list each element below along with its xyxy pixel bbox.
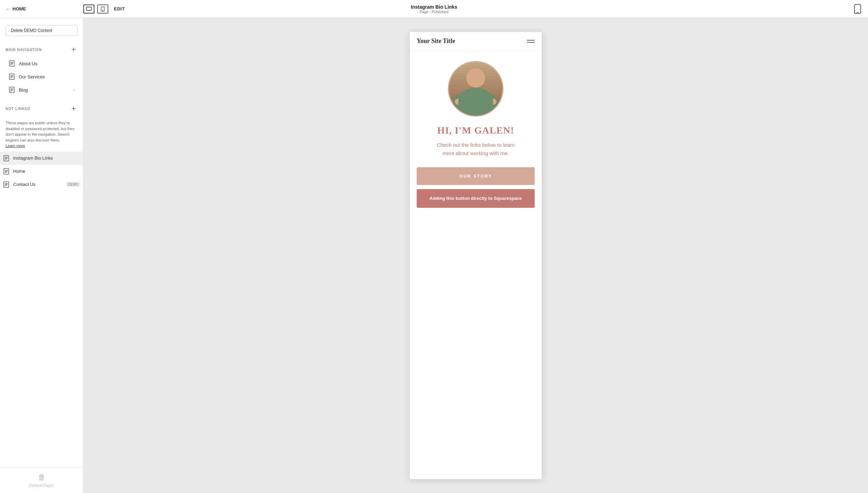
sidebar-top: Delete DEMO Content xyxy=(0,18,83,40)
our-services-label: Our Services xyxy=(19,74,75,79)
tablet-view-icon[interactable] xyxy=(97,5,108,14)
our-story-button[interactable]: OUR STORY xyxy=(417,167,535,185)
page-icon xyxy=(3,155,10,162)
sidebar: Delete DEMO Content MAIN NAVIGATION + Ab… xyxy=(0,18,83,493)
main-nav-header: MAIN NAVIGATION + xyxy=(6,46,77,53)
blog-label: Blog xyxy=(19,87,70,93)
phone-header: Your Site Title xyxy=(410,32,542,51)
add-main-nav-button[interactable]: + xyxy=(70,46,77,53)
not-linked-description: These pages are public unless they're di… xyxy=(0,119,83,152)
page-meta: Instagram Bio Links Page · Published xyxy=(411,4,457,14)
sidebar-item-contact-us[interactable]: Contact Us DEMO xyxy=(0,178,83,191)
main-nav-section: MAIN NAVIGATION + About Us xyxy=(0,40,83,99)
home-link[interactable]: ← HOME xyxy=(6,6,75,12)
site-title: Your Site Title xyxy=(417,37,455,45)
page-icon xyxy=(3,181,10,188)
sidebar-bottom: 🗑 Deleted Pages xyxy=(0,467,83,493)
mobile-preview-icon[interactable] xyxy=(853,4,862,14)
sidebar-item-our-services[interactable]: Our Services xyxy=(6,70,77,83)
avatar-arms xyxy=(453,95,498,109)
page-icon xyxy=(3,168,10,175)
sidebar-item-instagram-bio-links[interactable]: Instagram Bio Links xyxy=(0,152,83,165)
not-linked-title: NOT LINKED xyxy=(6,107,30,111)
instagram-bio-links-label: Instagram Bio Links xyxy=(13,155,80,161)
add-not-linked-button[interactable]: + xyxy=(70,105,77,112)
sidebar-item-about-us[interactable]: About Us xyxy=(6,57,77,70)
blog-chevron-icon: › xyxy=(73,87,75,93)
thumb-right xyxy=(490,99,496,105)
svg-point-4 xyxy=(102,10,103,10)
learn-more-link[interactable]: Learn more xyxy=(6,144,25,148)
svg-rect-0 xyxy=(86,7,91,10)
back-arrow-icon: ← xyxy=(6,6,10,12)
add-squarespace-button[interactable]: Adding this button directly to Squarespa… xyxy=(417,189,535,208)
top-bar-right xyxy=(853,4,862,14)
view-controls: EDIT xyxy=(83,5,125,14)
page-icon xyxy=(8,60,15,67)
page-name: Instagram Bio Links xyxy=(411,4,457,10)
about-us-label: About Us xyxy=(19,61,75,66)
hamburger-menu-icon[interactable] xyxy=(527,40,535,43)
edit-button[interactable]: EDIT xyxy=(114,6,125,11)
home-label: HOME xyxy=(12,6,26,11)
main-nav-title: MAIN NAVIGATION xyxy=(6,48,42,52)
phone-preview: Your Site Title HI, I' xyxy=(410,32,542,479)
greeting-text: HI, I'M GALEN! xyxy=(437,125,514,136)
sidebar-item-home[interactable]: Home xyxy=(0,165,83,178)
subtext: Check out the links below to learn more … xyxy=(431,141,521,158)
blog-icon xyxy=(8,86,15,93)
thumb-left xyxy=(455,99,461,105)
page-status: Page · Published xyxy=(411,10,457,14)
delete-demo-button[interactable]: Delete DEMO Content xyxy=(6,25,77,36)
deleted-pages-label: Deleted Pages xyxy=(29,483,54,487)
sidebar-item-blog[interactable]: Blog › xyxy=(6,83,77,96)
person-photo xyxy=(449,62,502,116)
avatar xyxy=(448,61,503,117)
preview-area: Your Site Title HI, I' xyxy=(83,18,868,493)
not-linked-header: NOT LINKED + xyxy=(6,105,77,112)
main-layout: Delete DEMO Content MAIN NAVIGATION + Ab… xyxy=(0,18,868,493)
desktop-view-icon[interactable] xyxy=(83,5,94,14)
trash-icon: 🗑 xyxy=(38,473,45,482)
top-bar: ← HOME EDIT Instagram Bio Links Page · P… xyxy=(0,0,868,18)
contact-us-label: Contact Us xyxy=(13,182,63,187)
home-label: Home xyxy=(13,169,80,174)
demo-badge: DEMO xyxy=(66,182,80,187)
page-icon xyxy=(8,73,15,80)
phone-content: HI, I'M GALEN! Check out the links below… xyxy=(410,51,542,218)
not-linked-section: NOT LINKED + xyxy=(0,99,83,119)
